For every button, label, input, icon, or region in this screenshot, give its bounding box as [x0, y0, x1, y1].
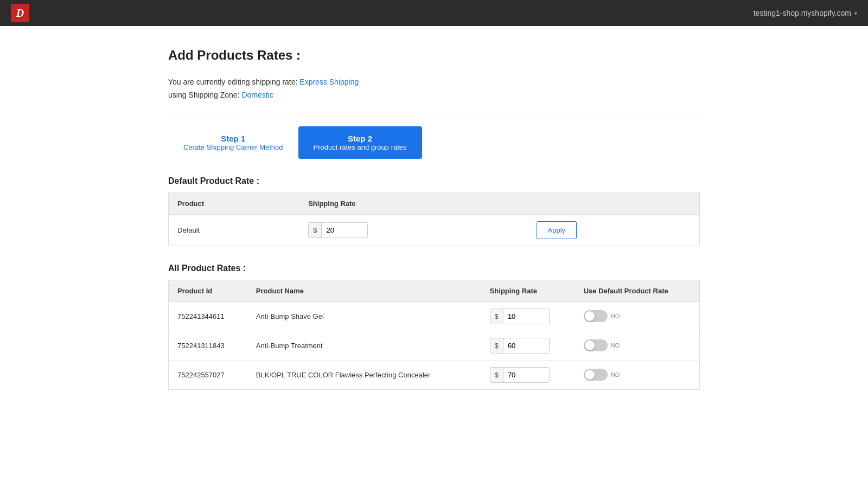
product-rate-input-2: $	[490, 367, 550, 383]
product-rate-cell: $	[481, 360, 575, 389]
product-id-cell: 752241344611	[169, 301, 247, 331]
step2-sub: Product rates and group rates	[314, 143, 407, 151]
page-title: Add Products Rates :	[168, 48, 700, 63]
shipping-zone-link[interactable]: Domestic	[241, 91, 273, 99]
default-apply-cell: Apply	[528, 214, 700, 246]
default-label: Default	[169, 214, 300, 246]
default-rate-section: Default Product Rate : Product Shipping …	[168, 176, 700, 246]
step2-button[interactable]: Step 2 Product rates and group rates	[298, 126, 422, 159]
default-rate-title: Default Product Rate :	[168, 176, 700, 186]
product-rate-input-0: $	[490, 309, 550, 324]
col-action	[528, 192, 700, 214]
use-default-cell: NO	[575, 331, 700, 360]
toggle-wrap-2: NO	[584, 369, 691, 381]
col-use-default: Use Default Product Rate	[575, 280, 700, 301]
store-selector[interactable]: testing1-shop.myshopify.com ▾	[754, 9, 857, 17]
default-rate-table: Product Shipping Rate Default $ Apply	[168, 192, 700, 246]
product-name-cell: Anti-Bump Treatment	[247, 331, 481, 360]
toggle-wrap-0: NO	[584, 310, 691, 322]
product-id-cell: 752242557027	[169, 360, 247, 389]
use-default-cell: NO	[575, 301, 700, 331]
shipping-rate-link[interactable]: Express Shipping	[299, 78, 359, 86]
currency-symbol-1: $	[490, 338, 503, 353]
step1-sub: Cerate Shipping Carrier Method	[183, 143, 283, 151]
step2-label: Step 2	[314, 134, 407, 143]
currency-symbol-2: $	[490, 368, 503, 382]
toggle-wrap-1: NO	[584, 339, 691, 351]
default-rate-input-cell: $	[299, 214, 527, 246]
product-rate-cell: $	[481, 331, 575, 360]
toggle-1[interactable]	[584, 339, 608, 351]
col-shipping-rate-all: Shipping Rate	[481, 280, 575, 301]
all-products-section: All Product Rates : Product Id Product N…	[168, 264, 700, 390]
toggle-2[interactable]	[584, 369, 608, 381]
default-rate-field[interactable]	[322, 223, 360, 237]
all-products-header: Product Id Product Name Shipping Rate Us…	[169, 280, 700, 301]
col-product-id: Product Id	[169, 280, 247, 301]
default-rate-currency-input: $	[308, 222, 368, 238]
toggle-0[interactable]	[584, 310, 608, 322]
product-rate-input-1: $	[490, 338, 550, 354]
chevron-down-icon: ▾	[854, 10, 857, 16]
logo-letter: D	[16, 7, 24, 20]
product-row: 752241311843 Anti-Bump Treatment $ NO	[169, 331, 700, 360]
product-name-cell: Anti-Bump Shave Gel	[247, 301, 481, 331]
product-row: 752242557027 BLK/OPL TRUE COLOR Flawless…	[169, 360, 700, 389]
section-divider	[168, 113, 700, 113]
col-product-name: Product Name	[247, 280, 481, 301]
product-rate-cell: $	[481, 301, 575, 331]
toggle-label-2: NO	[611, 371, 620, 378]
product-id-cell: 752241311843	[169, 331, 247, 360]
col-product: Product	[169, 192, 300, 214]
all-products-table: Product Id Product Name Shipping Rate Us…	[168, 280, 700, 390]
step1-button[interactable]: Step 1 Cerate Shipping Carrier Method	[168, 126, 298, 159]
subtitle-block: You are currently editing shipping rate:…	[168, 76, 700, 102]
product-row: 752241344611 Anti-Bump Shave Gel $ NO	[169, 301, 700, 331]
topnav: D testing1-shop.myshopify.com ▾	[0, 0, 868, 26]
default-currency-symbol: $	[309, 223, 322, 237]
app-logo: D	[11, 4, 29, 22]
all-products-title: All Product Rates :	[168, 264, 700, 273]
steps-row: Step 1 Cerate Shipping Carrier Method St…	[168, 126, 700, 159]
step1-label: Step 1	[183, 134, 283, 143]
toggle-label-1: NO	[611, 342, 620, 349]
currency-symbol-0: $	[490, 309, 503, 324]
col-shipping-rate: Shipping Rate	[299, 192, 527, 214]
store-name: testing1-shop.myshopify.com	[754, 9, 851, 17]
product-name-cell: BLK/OPL TRUE COLOR Flawless Perfecting C…	[247, 360, 481, 389]
product-rate-field-2[interactable]	[503, 368, 541, 382]
apply-button[interactable]: Apply	[537, 221, 577, 239]
use-default-cell: NO	[575, 360, 700, 389]
main-content: Add Products Rates : You are currently e…	[136, 26, 732, 412]
product-rate-field-0[interactable]	[503, 309, 541, 324]
zone-prefix: using Shipping Zone:	[168, 91, 240, 99]
product-rate-field-1[interactable]	[503, 338, 541, 353]
default-rate-header: Product Shipping Rate	[169, 192, 700, 214]
subtitle-prefix: You are currently editing shipping rate:	[168, 78, 297, 86]
toggle-label-0: NO	[611, 313, 620, 319]
default-rate-row: Default $ Apply	[169, 214, 700, 246]
